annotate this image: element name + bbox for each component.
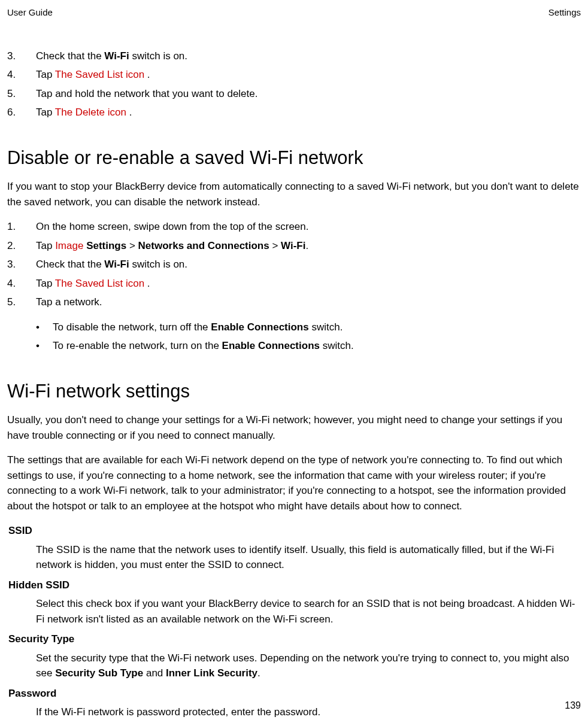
- list-content: Tap The Delete icon .: [36, 105, 581, 120]
- bullet-icon: •: [36, 338, 53, 354]
- top-ordered-list: 3.Check that the Wi-Fi switch is on.4.Ta…: [7, 48, 581, 120]
- list-item: 5.Tap a network.: [7, 294, 581, 310]
- bold-text: Enable Connections: [211, 321, 308, 333]
- definition-term: Password: [8, 686, 581, 701]
- list-number: 1.: [7, 219, 36, 235]
- list-content: Tap and hold the network that you want t…: [36, 86, 581, 102]
- bullet-content: To re-enable the network, turn on the En…: [53, 338, 581, 354]
- page-header: User Guide Settings: [7, 6, 581, 20]
- bullet-item: •To re-enable the network, turn on the E…: [7, 338, 581, 354]
- text-run: switch is on.: [129, 259, 187, 270]
- text-run: Tap a network.: [36, 296, 102, 308]
- list-number: 5.: [7, 86, 36, 102]
- text-run: To disable the network, turn off the: [53, 321, 211, 333]
- text-run: >: [126, 240, 138, 251]
- list-number: 3.: [7, 48, 36, 64]
- bold-text: Enable Connections: [222, 340, 320, 351]
- text-run: >: [269, 240, 281, 251]
- section2-para-0: Usually, you don't need to change your s…: [7, 412, 581, 443]
- definition-term: SSID: [8, 523, 581, 539]
- text-run: Tap: [36, 240, 55, 251]
- text-run: switch.: [309, 321, 343, 333]
- bold-text: Inner Link Security: [166, 667, 257, 679]
- definition-description: The SSID is the name that the network us…: [36, 542, 581, 573]
- list-content: Check that the Wi-Fi switch is on.: [36, 257, 581, 272]
- image-placeholder-icon: The Saved List icon: [55, 278, 144, 289]
- text-run: The SSID is the name that the network us…: [36, 544, 554, 571]
- list-number: 6.: [7, 105, 36, 120]
- text-run: .: [305, 240, 308, 251]
- list-content: Tap a network.: [36, 294, 581, 310]
- section1-ordered-list: 1.On the home screen, swipe down from th…: [7, 219, 581, 310]
- list-item: 6.Tap The Delete icon .: [7, 105, 581, 120]
- definition-list: SSIDThe SSID is the name that the networ…: [7, 523, 581, 726]
- text-run: Tap: [36, 107, 55, 118]
- text-run: .: [126, 107, 132, 118]
- bullet-icon: •: [36, 320, 53, 335]
- list-number: 4.: [7, 67, 36, 83]
- text-run: On the home screen, swipe down from the …: [36, 221, 308, 232]
- list-item: 3.Check that the Wi-Fi switch is on.: [7, 257, 581, 272]
- list-content: Check that the Wi-Fi switch is on.: [36, 48, 581, 64]
- definition-description: If the Wi-Fi network is password protect…: [36, 704, 581, 720]
- header-left: User Guide: [7, 6, 53, 20]
- list-item: 4.Tap The Saved List icon .: [7, 67, 581, 83]
- list-item: 5.Tap and hold the network that you want…: [7, 86, 581, 102]
- section-heading-disable: Disable or re-enable a saved Wi-Fi netwo…: [7, 144, 581, 172]
- list-content: On the home screen, swipe down from the …: [36, 219, 581, 235]
- text-run: .: [257, 667, 260, 679]
- definition-term: Hidden SSID: [8, 578, 581, 593]
- list-content: Tap Image Settings > Networks and Connec…: [36, 238, 581, 254]
- text-run: Tap: [36, 69, 55, 80]
- list-content: Tap The Saved List icon .: [36, 67, 581, 83]
- section1-intro: If you want to stop your BlackBerry devi…: [7, 179, 581, 209]
- bold-text: Security Sub Type: [55, 667, 143, 679]
- text-run: Tap: [36, 278, 55, 289]
- bullet-item: •To disable the network, turn off the En…: [7, 320, 581, 335]
- text-run: Select this check box if you want your B…: [36, 598, 575, 625]
- bold-text: Networks and Connections: [138, 240, 269, 251]
- list-number: 5.: [7, 294, 36, 310]
- list-item: 3.Check that the Wi-Fi switch is on.: [7, 48, 581, 64]
- bullet-content: To disable the network, turn off the Ena…: [53, 320, 581, 335]
- section2-para-1: The settings that are available for each…: [7, 452, 581, 514]
- page-number: 139: [565, 698, 581, 713]
- list-content: Tap The Saved List icon .: [36, 276, 581, 291]
- list-number: 4.: [7, 276, 36, 291]
- list-item: 2.Tap Image Settings > Networks and Conn…: [7, 238, 581, 254]
- bold-text: Wi-Fi: [281, 240, 305, 251]
- image-placeholder-icon: Image: [55, 240, 83, 251]
- text-run: switch is on.: [129, 50, 187, 62]
- definition-description: Select this check box if you want your B…: [36, 596, 581, 627]
- text-run: and: [143, 667, 166, 679]
- list-item: 4.Tap The Saved List icon .: [7, 276, 581, 291]
- definition-term: Security Type: [8, 631, 581, 647]
- text-run: To re-enable the network, turn on the: [53, 340, 222, 351]
- list-item: 1.On the home screen, swipe down from th…: [7, 219, 581, 235]
- text-run: Check that the: [36, 259, 104, 270]
- image-placeholder-icon: The Saved List icon: [55, 69, 144, 80]
- bold-text: Wi-Fi: [104, 50, 129, 62]
- text-run: Tap and hold the network that you want t…: [36, 88, 257, 99]
- bold-text: Settings: [86, 240, 126, 251]
- text-run: If the Wi-Fi network is password protect…: [36, 706, 320, 718]
- list-number: 2.: [7, 238, 36, 254]
- image-placeholder-icon: The Delete icon: [55, 107, 126, 118]
- bold-text: Wi-Fi: [104, 259, 129, 270]
- definition-description: Set the security type that the Wi-Fi net…: [36, 651, 581, 681]
- text-run: switch.: [320, 340, 354, 351]
- text-run: Check that the: [36, 50, 104, 62]
- section1-bullets: •To disable the network, turn off the En…: [7, 320, 581, 354]
- text-run: .: [144, 69, 150, 80]
- text-run: .: [144, 278, 150, 289]
- list-number: 3.: [7, 257, 36, 272]
- header-right: Settings: [548, 6, 581, 20]
- section-heading-settings: Wi-Fi network settings: [7, 378, 581, 406]
